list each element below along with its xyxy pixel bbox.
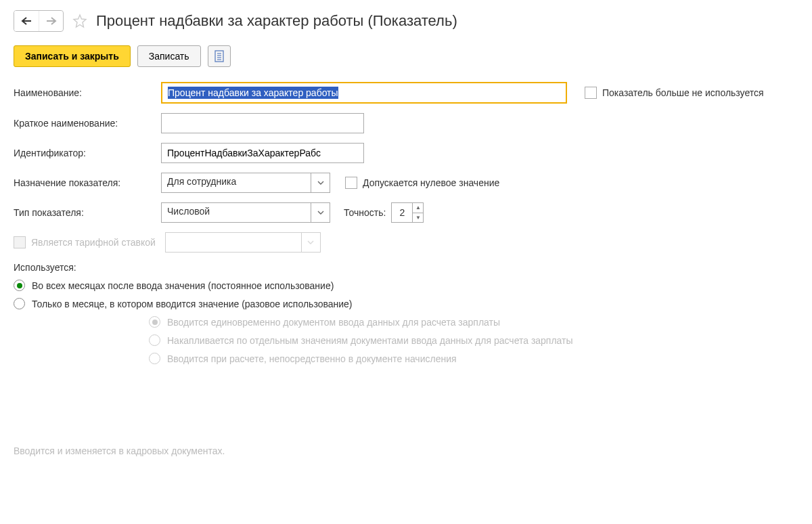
chevron-down-icon [301,233,320,252]
precision-label: Точность: [344,207,386,218]
forward-button[interactable] [39,11,63,31]
name-input[interactable]: Процент надбавки за характер работы [161,82,567,104]
usage-sub3-label: Вводится при расчете, непосредственно в … [167,353,457,364]
usage-permanent-radio[interactable] [14,280,25,291]
nav-buttons [14,10,64,32]
stepper-down-icon[interactable]: ▼ [413,213,423,223]
short-name-input[interactable] [161,113,364,133]
usage-once-radio[interactable] [14,298,25,309]
usage-sub1-label: Вводится единовременно документом ввода … [167,317,500,328]
type-label: Тип показателя: [14,207,156,218]
purpose-label: Назначение показателя: [14,177,156,188]
usage-permanent-label: Во всех месяцах после ввода значения (по… [32,280,334,291]
star-icon [72,14,87,28]
purpose-select[interactable]: Для сотрудника [161,173,330,193]
is-tariff-checkbox [14,236,26,248]
save-button[interactable]: Записать [137,45,201,67]
allow-zero-label: Допускается нулевое значение [363,177,499,188]
usage-sub2-label: Накапливается по отдельным значениям док… [167,335,573,346]
precision-stepper[interactable]: 2 ▲ ▼ [391,202,424,223]
list-icon [214,50,225,62]
usage-sub3-radio [149,353,160,364]
footer-note: Вводится и изменяется в кадровых докумен… [14,445,798,456]
arrow-left-icon [21,17,32,25]
usage-sub1-radio [149,316,160,328]
usage-label: Используется: [14,262,76,273]
arrow-right-icon [46,17,57,25]
usage-sub2-radio [149,334,160,346]
back-button[interactable] [14,11,39,31]
identifier-input[interactable] [161,143,364,163]
chevron-down-icon[interactable] [311,203,330,222]
type-select[interactable]: Числовой [161,202,330,223]
page-title: Процент надбавки за характер работы (Пок… [96,12,457,30]
is-tariff-label: Является тарифной ставкой [31,237,156,248]
identifier-label: Идентификатор: [14,148,156,158]
not-used-checkbox[interactable] [585,87,597,99]
save-and-close-button[interactable]: Записать и закрыть [14,45,131,67]
tariff-mode-select [165,232,321,253]
name-label: Наименование: [14,87,156,98]
chevron-down-icon[interactable] [311,173,330,192]
stepper-up-icon[interactable]: ▲ [413,203,423,213]
not-used-label: Показатель больше не используется [602,87,764,98]
usage-once-label: Только в месяце, в котором вводится знач… [32,299,353,309]
register-button[interactable] [208,45,231,67]
allow-zero-checkbox[interactable] [345,177,357,189]
short-name-label: Краткое наименование: [14,118,156,129]
favorite-button[interactable] [70,12,89,30]
